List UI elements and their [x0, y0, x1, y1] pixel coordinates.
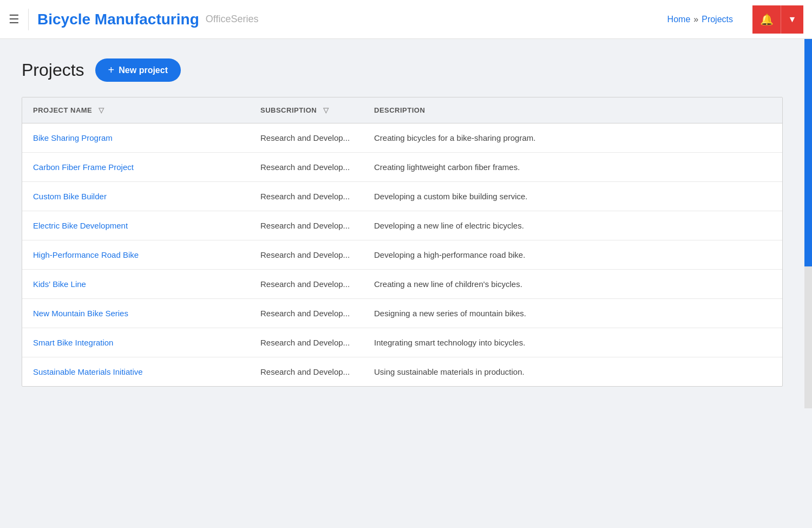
breadcrumb: Home » Projects: [667, 15, 733, 24]
new-project-button[interactable]: + New project: [95, 58, 181, 82]
description-cell: Developing a new line of electric bicycl…: [363, 211, 782, 240]
column-header-description: DESCRIPTION: [363, 97, 782, 123]
projects-table-container: PROJECT NAME ▽ SUBSCRIPTION ▽ DESCRIPTIO…: [22, 97, 783, 387]
column-header-project-name: PROJECT NAME ▽: [22, 97, 250, 123]
subscription-cell: Research and Develop...: [250, 153, 363, 182]
description-cell: Creating a new line of children's bicycl…: [363, 270, 782, 299]
table-row: Electric Bike DevelopmentResearch and De…: [22, 211, 782, 240]
description-cell: Creating lightweight carbon fiber frames…: [363, 153, 782, 182]
project-name-link[interactable]: Carbon Fiber Frame Project: [33, 162, 134, 172]
header-actions: 🔔 ▼: [752, 5, 803, 34]
new-project-label: New project: [119, 66, 168, 75]
description-cell: Using sustainable materials in productio…: [363, 357, 782, 387]
project-name-link[interactable]: Bike Sharing Program: [33, 133, 113, 142]
subscription-cell: Research and Develop...: [250, 270, 363, 299]
description-cell: Integrating smart technology into bicycl…: [363, 328, 782, 357]
project-name-cell: Bike Sharing Program: [22, 123, 250, 153]
project-name-cell: Sustainable Materials Initiative: [22, 357, 250, 387]
subscription-cell: Research and Develop...: [250, 123, 363, 153]
notification-bell-button[interactable]: 🔔: [752, 5, 781, 34]
subscription-cell: Research and Develop...: [250, 211, 363, 240]
user-dropdown-button[interactable]: ▼: [781, 5, 803, 34]
project-name-link[interactable]: Kids' Bike Line: [33, 279, 86, 289]
project-name-cell: Custom Bike Builder: [22, 182, 250, 211]
description-cell: Creating bicycles for a bike-sharing pro…: [363, 123, 782, 153]
project-name-cell: Kids' Bike Line: [22, 270, 250, 299]
app-title: Bicycle Manufacturing: [37, 11, 199, 28]
table-row: Kids' Bike LineResearch and Develop...Cr…: [22, 270, 782, 299]
table-row: Carbon Fiber Frame ProjectResearch and D…: [22, 153, 782, 182]
project-name-link[interactable]: Smart Bike Integration: [33, 338, 113, 347]
main-content: Projects + New project PROJECT NAME ▽ SU…: [0, 39, 812, 408]
table-row: Smart Bike IntegrationResearch and Devel…: [22, 328, 782, 357]
project-name-link[interactable]: Electric Bike Development: [33, 221, 128, 230]
app-header: ☰ Bicycle Manufacturing OfficeSeries Hom…: [0, 0, 812, 39]
bell-icon: 🔔: [760, 13, 774, 26]
filter-icon-subscription[interactable]: ▽: [323, 106, 329, 114]
breadcrumb-current: Projects: [702, 15, 733, 24]
header-divider: [28, 9, 29, 30]
page-title-row: Projects + New project: [22, 58, 790, 82]
subscription-cell: Research and Develop...: [250, 299, 363, 328]
project-name-link[interactable]: Custom Bike Builder: [33, 192, 107, 201]
table-row: High-Performance Road BikeResearch and D…: [22, 240, 782, 270]
plus-icon: +: [108, 64, 115, 76]
table-row: Custom Bike BuilderResearch and Develop.…: [22, 182, 782, 211]
subscription-cell: Research and Develop...: [250, 240, 363, 270]
scrollbar-track[interactable]: [804, 39, 812, 408]
breadcrumb-home[interactable]: Home: [667, 15, 691, 24]
projects-table: PROJECT NAME ▽ SUBSCRIPTION ▽ DESCRIPTIO…: [22, 97, 782, 386]
description-cell: Designing a new series of mountain bikes…: [363, 299, 782, 328]
subscription-cell: Research and Develop...: [250, 328, 363, 357]
chevron-down-icon: ▼: [788, 15, 797, 24]
app-subtitle: OfficeSeries: [206, 14, 259, 25]
filter-icon-project-name[interactable]: ▽: [99, 106, 104, 114]
project-name-cell: New Mountain Bike Series: [22, 299, 250, 328]
description-cell: Developing a high-performance road bike.: [363, 240, 782, 270]
project-name-link[interactable]: High-Performance Road Bike: [33, 250, 139, 259]
menu-icon[interactable]: ☰: [9, 14, 19, 25]
table-row: Sustainable Materials InitiativeResearch…: [22, 357, 782, 387]
project-name-cell: Carbon Fiber Frame Project: [22, 153, 250, 182]
breadcrumb-separator: »: [693, 15, 698, 24]
project-name-cell: Smart Bike Integration: [22, 328, 250, 357]
project-name-link[interactable]: Sustainable Materials Initiative: [33, 367, 143, 376]
project-name-link[interactable]: New Mountain Bike Series: [33, 309, 128, 318]
table-row: Bike Sharing ProgramResearch and Develop…: [22, 123, 782, 153]
project-name-cell: Electric Bike Development: [22, 211, 250, 240]
table-row: New Mountain Bike SeriesResearch and Dev…: [22, 299, 782, 328]
project-name-cell: High-Performance Road Bike: [22, 240, 250, 270]
column-header-subscription: SUBSCRIPTION ▽: [250, 97, 363, 123]
page-title: Projects: [22, 60, 84, 80]
table-header-row: PROJECT NAME ▽ SUBSCRIPTION ▽ DESCRIPTIO…: [22, 97, 782, 123]
scrollbar-thumb[interactable]: [804, 39, 812, 266]
subscription-cell: Research and Develop...: [250, 357, 363, 387]
description-cell: Developing a custom bike building servic…: [363, 182, 782, 211]
subscription-cell: Research and Develop...: [250, 182, 363, 211]
